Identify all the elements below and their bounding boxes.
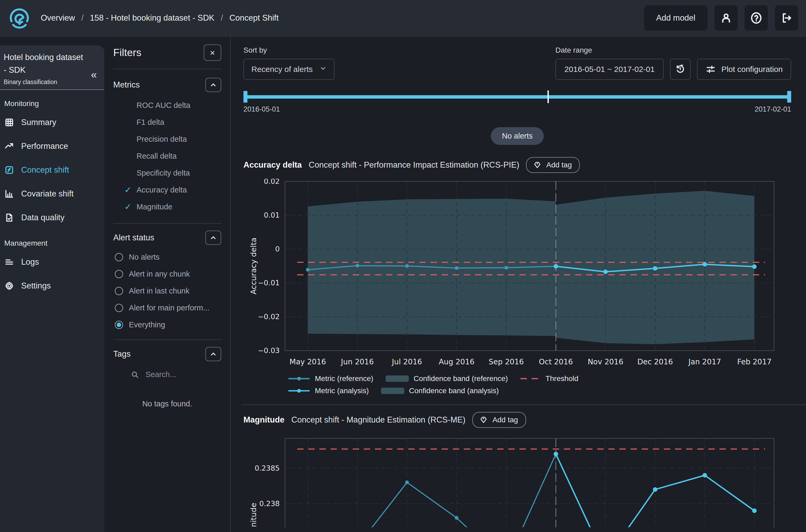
radio-selected-icon [115,321,123,329]
question-circle-icon [750,12,762,24]
alert-radio-no-alerts[interactable]: No alerts [115,249,221,265]
main-content: Sort by Recency of alerts Date range 201… [231,37,806,532]
svg-text:Dec 2016: Dec 2016 [638,358,673,366]
svg-text:Jun 2016: Jun 2016 [341,358,374,366]
legend-metric-reference[interactable]: Metric (reference) [288,375,373,383]
alert-radio-last-chunk[interactable]: Alert in last chunk [115,282,221,299]
sidebar-item-label: Concept shift [21,165,69,175]
metric-option-accuracy-delta[interactable]: ✓ Accuracy delta [113,182,221,198]
user-account-button[interactable] [714,5,738,31]
add-tag-button[interactable]: Add tag [472,412,526,428]
sidebar-item-covariate-shift[interactable]: Covariate shift [0,182,104,206]
sidebar-item-performance[interactable]: Performance [0,134,104,158]
help-button[interactable] [745,5,768,31]
breadcrumb: Overview / 158 - Hotel booking dataset -… [41,13,279,23]
breadcrumb-concept-shift[interactable]: Concept Shift [230,13,279,23]
svg-text:Jan 2017: Jan 2017 [688,358,721,366]
slider-end-label: 2017-02-01 [755,105,791,113]
alert-status-collapse-button[interactable] [205,231,221,245]
legend-confidence-reference[interactable]: Confidence band (reference) [386,375,508,383]
svg-text:Nov 2016: Nov 2016 [588,358,623,366]
svg-text:May 2016: May 2016 [290,358,326,366]
radio-icon [115,304,123,312]
legend-confidence-analysis[interactable]: Confidence band (analysis) [381,386,499,395]
filters-close-button[interactable]: × [204,44,221,61]
slider-handle-end[interactable] [787,91,791,102]
metric-option-recall-delta[interactable]: Recall delta [113,148,221,165]
add-model-button[interactable]: Add model [644,5,708,31]
metric-option-f1-delta[interactable]: F1 delta [113,114,221,131]
slider-handle-start[interactable] [243,91,248,102]
sidebar-item-data-quality[interactable]: Data quality [0,206,104,229]
radio-icon [115,270,123,278]
sidebar-item-label: Data quality [21,213,65,222]
svg-text:Aug 2016: Aug 2016 [439,358,474,366]
alert-radio-main-performance[interactable]: Alert for main perform... [115,299,221,316]
slider-start-label: 2016-05-01 [243,105,280,113]
chevron-down-icon [319,65,327,72]
radio-icon [115,253,123,261]
date-range-slider [243,91,791,103]
sort-by-select[interactable]: Recency of alerts [243,59,334,80]
sidebar-item-settings[interactable]: Settings [0,274,104,298]
legend-threshold[interactable]: Threshold [520,375,579,383]
sidebar-item-logs[interactable]: Logs [0,250,104,274]
accuracy-delta-chart[interactable]: 0.020.010−0.01−0.02−0.03Accuracy deltaMa… [243,179,791,372]
metric-option-specificity-delta[interactable]: Specificity delta [113,165,221,182]
logout-icon [780,12,792,24]
sidebar-item-label: Performance [21,141,68,151]
slider-split-marker [548,91,549,103]
date-range-label: Date range [555,46,664,55]
chart-title-accuracy-delta: Accuracy delta [243,160,302,170]
date-range-input[interactable]: 2016-05-01 ~ 2017-02-01 [555,59,664,80]
sidebar-item-summary[interactable]: Summary [0,111,104,134]
tags-search-input[interactable] [146,370,214,379]
sidebar-item-label: Settings [21,281,51,290]
legend-metric-analysis[interactable]: Metric (analysis) [288,386,369,395]
line-swatch-icon [288,376,310,381]
svg-text:Feb 2017: Feb 2017 [737,358,772,366]
user-icon [720,12,732,24]
magnitude-chart[interactable]: 0.23850.238Magnitude [243,436,791,527]
alert-radio-any-chunk[interactable]: Alert in any chunk [115,265,221,282]
sidebar-item-label: Covariate shift [21,189,74,198]
status-badge[interactable]: No alerts [491,127,544,145]
band-swatch-icon [381,387,404,395]
tag-icon [534,161,542,169]
chart-subtitle-magnitude: Concept shift - Magnitude Estimation (RC… [291,415,465,425]
reset-date-range-button[interactable] [670,59,691,80]
svg-text:−0.01: −0.01 [258,279,280,287]
breadcrumb-separator: / [221,13,223,23]
sidebar-item-concept-shift[interactable]: Concept shift [0,158,104,182]
logout-button[interactable] [775,5,798,31]
metric-option-roc-auc-delta[interactable]: ROC AUC delta [113,97,221,114]
alert-radio-everything[interactable]: Everything [115,316,221,333]
sidebar-section-monitoring: Monitoring [0,90,104,111]
plot-configuration-button[interactable]: Plot configuration [697,59,791,80]
breadcrumb-separator: / [81,13,84,23]
close-icon: × [210,48,215,58]
sort-by-label: Sort by [243,46,334,55]
alert-status-group-title: Alert status [113,233,154,243]
tags-collapse-button[interactable] [205,347,221,361]
chart-subtitle-accuracy-delta: Concept shift - Performance Impact Estim… [309,160,519,170]
svg-text:0.238: 0.238 [259,499,280,508]
chevron-up-icon [209,81,217,89]
breadcrumb-model[interactable]: 158 - Hotel booking dataset - SDK [90,13,214,23]
svg-text:0.2385: 0.2385 [255,464,280,472]
breadcrumb-overview[interactable]: Overview [41,13,75,23]
svg-text:−0.03: −0.03 [258,346,280,355]
check-icon: ✓ [124,202,136,212]
sidebar-collapse-button[interactable]: « [87,64,100,86]
metric-option-magnitude[interactable]: ✓ Magnitude [113,198,221,215]
add-tag-button[interactable]: Add tag [526,157,580,173]
logs-icon [4,257,14,267]
metrics-collapse-button[interactable] [205,78,221,92]
radio-icon [115,287,123,295]
chevron-up-icon [209,350,217,358]
model-header: Hotel booking dataset - SDK Binary class… [0,45,104,90]
metric-option-precision-delta[interactable]: Precision delta [113,131,221,148]
svg-text:Jul 2016: Jul 2016 [391,358,422,366]
svg-text:0.01: 0.01 [264,211,280,219]
slider-track[interactable] [243,95,791,99]
